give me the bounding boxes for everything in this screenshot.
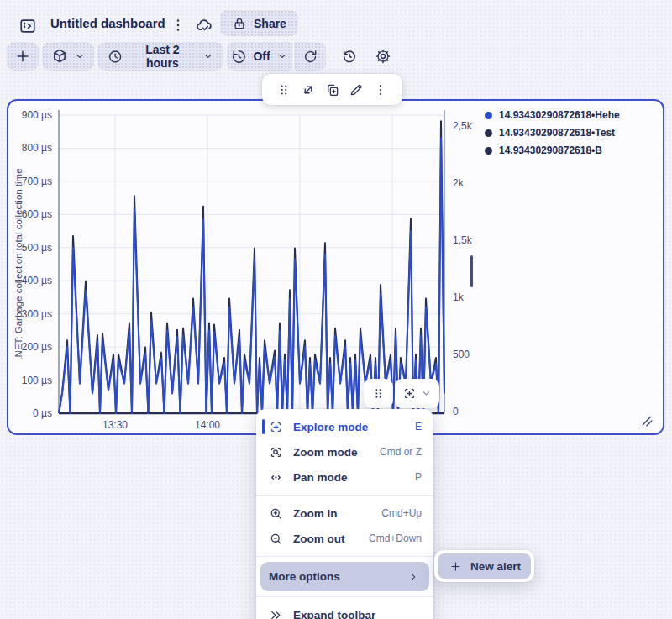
menu-item-label: Zoom mode [293, 446, 370, 459]
legend-item[interactable]: 14.93430290872618•Hehe [485, 109, 620, 121]
menu-item-explore-mode[interactable]: Explore mode E [256, 414, 433, 439]
explore-icon [402, 386, 417, 401]
panel-resize-handle[interactable] [641, 415, 653, 427]
explore-icon [268, 420, 283, 434]
menu-item-label: Explore mode [293, 421, 405, 433]
panel-edit-button[interactable] [345, 79, 367, 101]
more-options-submenu: New alert [434, 550, 534, 582]
menu-divider [256, 596, 433, 597]
menu-item-shortcut: E [415, 421, 422, 433]
cube-icon [51, 48, 68, 65]
series-test [59, 121, 444, 413]
dashboard-title[interactable]: Untitled dashboard [50, 16, 165, 30]
plus-icon [448, 560, 463, 573]
chart-mode-toolbar [364, 379, 439, 408]
zoom-out-icon [268, 532, 283, 546]
y-axis-tick-left: 800 µs [22, 142, 52, 154]
legend-label: 14.93430290872618•Hehe [499, 109, 620, 121]
y-axis-tick-right: 500 [453, 349, 470, 360]
visualization-picker-button[interactable] [42, 42, 94, 71]
y-axis-tick-left: 0 µs [33, 407, 52, 419]
y-axis-tick-left: 400 µs [22, 275, 52, 286]
chart-panel[interactable]: 0 µs100 µs200 µs300 µs400 µs500 µs600 µs… [7, 99, 664, 435]
history-icon [341, 48, 358, 65]
chevron-down-icon [276, 50, 288, 62]
menu-item-shortcut: Cmd+Up [381, 507, 422, 519]
y-axis-title: .NET: Garbage collection total collectio… [13, 168, 24, 359]
panel-more-button[interactable] [370, 79, 391, 101]
double-chevron-icon [268, 608, 283, 619]
legend-label: 14.93430290872618•B [499, 144, 602, 156]
series-hehe [59, 139, 444, 413]
chevron-down-icon [202, 50, 213, 62]
sync-status-button[interactable] [192, 13, 218, 39]
panel-expand-button[interactable] [297, 79, 319, 101]
chart-mode-dropdown[interactable] [395, 379, 439, 408]
share-button-label: Share [254, 17, 286, 30]
chevron-down-icon [421, 388, 432, 399]
kebab-icon [170, 17, 186, 34]
y-axis-tick-left: 900 µs [22, 109, 52, 121]
y-axis-tick-right: 1,5k [453, 234, 473, 246]
auto-refresh-picker[interactable]: Off [227, 42, 292, 71]
y-axis-tick-right: 0 [453, 406, 459, 417]
legend-scrollbar[interactable] [470, 255, 473, 287]
refresh-icon [302, 49, 318, 65]
lock-icon [232, 16, 247, 31]
legend-item[interactable]: 14.93430290872618•Test [485, 127, 620, 139]
duplicate-icon [325, 82, 340, 97]
y-axis-tick-right: 2k [453, 177, 465, 189]
y-axis-tick-left: 500 µs [22, 242, 52, 254]
menu-item-label: Pan mode [293, 471, 405, 484]
dashboard-toolbar: Last 2 hours Off [0, 42, 672, 71]
time-range-picker[interactable]: Last 2 hours [97, 42, 223, 71]
chevron-down-icon [74, 50, 86, 62]
settings-button[interactable] [368, 42, 398, 71]
time-range-label: Last 2 hours [129, 43, 196, 70]
x-axis-tick: 13:30 [102, 419, 128, 431]
share-button[interactable]: Share [220, 10, 298, 36]
plus-icon [14, 48, 31, 65]
menu-item-label: More options [269, 570, 396, 583]
menu-item-shortcut: P [415, 471, 422, 483]
menu-item-expand-toolbar[interactable]: Expand toolbar [256, 602, 433, 619]
add-panel-button[interactable] [7, 42, 39, 71]
menu-item-zoom-out[interactable]: Zoom out Cmd+Down [256, 526, 433, 551]
menu-item-label: Expand toolbar [293, 609, 422, 619]
zoom-mode-icon [268, 445, 283, 459]
active-indicator [262, 419, 265, 434]
refresh-clock-icon [231, 49, 247, 65]
chevron-right-icon [406, 571, 421, 583]
menu-item-zoom-in[interactable]: Zoom in Cmd+Up [256, 501, 433, 526]
dashboard-menu-button[interactable] [166, 13, 190, 37]
pan-icon [268, 470, 283, 485]
kebab-icon [373, 82, 388, 97]
menu-item-more-options[interactable]: More options [260, 562, 429, 591]
app-header: Untitled dashboard Share [0, 0, 672, 40]
chart-drag-handle[interactable] [364, 379, 393, 408]
legend-item[interactable]: 14.93430290872618•B [485, 144, 620, 156]
panel-drag-handle[interactable] [273, 79, 295, 101]
panel-duplicate-button[interactable] [322, 79, 344, 101]
zoom-in-icon [268, 506, 283, 521]
clock-icon [108, 49, 123, 65]
x-axis-tick: 14:00 [195, 419, 220, 431]
menu-item-new-alert[interactable]: New alert [438, 553, 531, 579]
y-axis-tick-right: 1k [453, 291, 465, 303]
y-axis-tick-left: 300 µs [22, 308, 52, 320]
menu-item-label: Zoom in [293, 507, 371, 520]
drag-handle-icon [276, 82, 291, 97]
legend-dot [485, 112, 492, 119]
refresh-button[interactable] [294, 42, 326, 71]
legend-dot [485, 129, 492, 137]
history-button[interactable] [334, 42, 365, 71]
expand-icon [301, 82, 316, 97]
cloud-sync-icon [195, 17, 215, 35]
y-axis-tick-right: 2,5k [453, 120, 473, 132]
menu-item-shortcut: Cmd or Z [380, 446, 422, 458]
menu-item-zoom-mode[interactable]: Zoom mode Cmd or Z [256, 439, 433, 464]
menu-item-pan-mode[interactable]: Pan mode P [256, 464, 433, 490]
sidebar-toggle-button[interactable] [15, 13, 40, 39]
chart-legend: 14.93430290872618•Hehe 14.93430290872618… [485, 109, 620, 156]
menu-item-label: Zoom out [293, 532, 359, 545]
